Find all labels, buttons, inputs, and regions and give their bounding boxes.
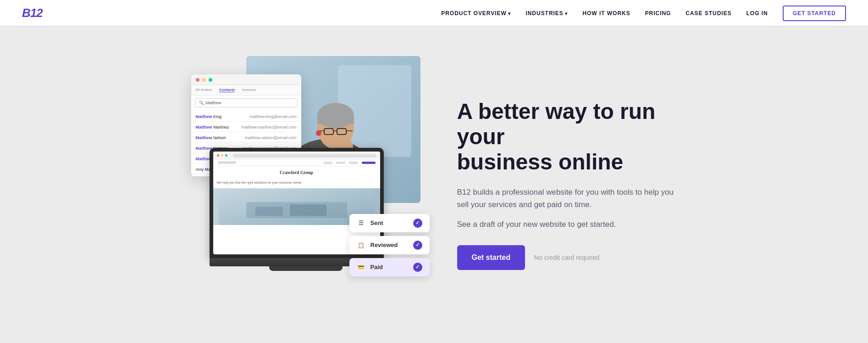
crm-card-header	[191, 74, 301, 85]
url-bar	[233, 154, 376, 157]
contact-email-3: matthew.nelson@email.com	[245, 135, 297, 140]
crm-search-box[interactable]: 🔍 Matthew	[195, 98, 298, 107]
window-dot-yellow	[202, 78, 206, 82]
nav-product-overview[interactable]: PRODUCT OVERVIEW	[441, 10, 511, 17]
hero-visual: All Orders Contacts Invoices 🔍 Matthew M…	[191, 56, 420, 313]
crm-tabs: All Orders Contacts Invoices	[191, 85, 301, 96]
reviewed-icon: 📋	[357, 241, 366, 250]
hero-description-2: See a draft of your new website to get s…	[457, 218, 677, 231]
crm-search-value: Matthew	[206, 101, 221, 105]
nav-links-placeholder	[323, 162, 376, 164]
nav-login[interactable]: LOG IN	[746, 10, 768, 17]
contact-name-2: Matthew Martinez	[196, 125, 229, 129]
nav-get-started[interactable]: GET STARTED	[783, 6, 846, 21]
invoice-card-sent: ☰ Sent ✓	[349, 214, 430, 232]
reviewed-check: ✓	[413, 241, 422, 250]
laptop-dot-y	[221, 154, 223, 157]
crm-contact-row[interactable]: Matthew Nelson matthew.nelson@email.com	[191, 133, 301, 143]
contact-name-3: Matthew Nelson	[196, 135, 227, 140]
website-title: Crawford Group	[213, 166, 380, 179]
contact-email-1: matthew.king@email.com	[249, 114, 297, 119]
invoice-card-paid: 💳 Paid ✓	[349, 258, 430, 276]
invoice-sent-label: Sent	[370, 219, 383, 226]
hero-description-1: B12 builds a professional website for yo…	[457, 186, 677, 211]
svg-point-12	[316, 130, 321, 136]
window-dot-green	[209, 78, 212, 82]
nav-logo-placeholder	[218, 161, 236, 164]
sent-check: ✓	[413, 219, 422, 228]
contact-name-1: Matthew King	[196, 114, 222, 119]
search-icon: 🔍	[199, 101, 204, 105]
crm-contact-row[interactable]: Matthew King matthew.king@email.com	[191, 112, 301, 122]
laptop-website-nav	[213, 160, 380, 166]
invoice-reviewed-label: Reviewed	[370, 242, 398, 248]
hero-heading: A better way to run your business online	[457, 99, 677, 175]
invoice-card-reviewed: 📋 Reviewed ✓	[349, 236, 430, 254]
crm-contact-row[interactable]: Matthew Martinez matthew.martinez@email.…	[191, 123, 301, 132]
nav-pricing[interactable]: PRICING	[645, 10, 671, 17]
nav-case-studies[interactable]: CASE STUDIES	[686, 10, 731, 17]
svg-rect-18	[255, 207, 283, 216]
crm-tab-contacts[interactable]: Contacts	[219, 88, 235, 92]
sent-icon: ☰	[357, 219, 366, 228]
svg-rect-6	[317, 115, 354, 124]
nav-industries[interactable]: INDUSTRIES	[525, 10, 568, 17]
laptop-dot-g	[225, 154, 227, 157]
no-credit-card-text: No credit card required	[534, 254, 599, 261]
window-dot-red	[196, 78, 199, 82]
laptop-stand	[269, 266, 343, 271]
hero-content: A better way to run your business online…	[457, 99, 677, 270]
invoice-status-cards: ☰ Sent ✓ 📋 Reviewed ✓ 💳 Paid ✓	[349, 214, 430, 276]
laptop-website-header	[213, 152, 380, 160]
hero-cta: Get started No credit card required	[457, 245, 677, 270]
get-started-button[interactable]: Get started	[457, 245, 525, 270]
navbar: B12 PRODUCT OVERVIEW INDUSTRIES HOW IT W…	[0, 0, 868, 26]
paid-icon: 💳	[357, 263, 366, 272]
nav-links: PRODUCT OVERVIEW INDUSTRIES HOW IT WORKS…	[441, 9, 846, 17]
website-body: We help you find the right solutions for…	[213, 179, 380, 187]
hero-section: All Orders Contacts Invoices 🔍 Matthew M…	[0, 26, 868, 343]
paid-check: ✓	[413, 263, 422, 272]
crm-tab-invoices[interactable]: Invoices	[242, 88, 255, 92]
svg-rect-19	[290, 204, 326, 216]
nav-how-it-works[interactable]: HOW IT WORKS	[582, 10, 630, 17]
invoice-paid-label: Paid	[370, 264, 383, 270]
contact-email-2: matthew.martinez@email.com	[241, 125, 297, 129]
crm-tab-all-orders[interactable]: All Orders	[196, 88, 212, 92]
laptop-dot-r	[217, 154, 219, 157]
logo[interactable]: B12	[22, 6, 43, 20]
